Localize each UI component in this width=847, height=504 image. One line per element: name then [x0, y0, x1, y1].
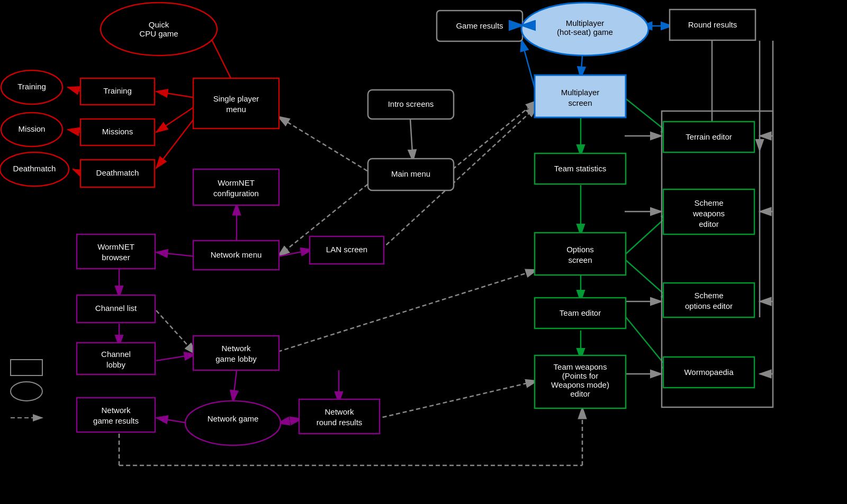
arrow-spm-training	[156, 91, 196, 98]
network-game-node	[185, 401, 281, 445]
network-round-results-label1: Network	[325, 407, 354, 416]
multiplayer-game-label1: Multiplayer	[566, 19, 605, 28]
options-screen-label2: screen	[568, 255, 592, 264]
network-round-results-label2: round results	[317, 418, 363, 427]
wormopaedia-label: Wormopaedia	[684, 368, 734, 377]
scheme-weapons-label1: Scheme	[694, 198, 723, 207]
options-screen-node	[535, 233, 626, 275]
team-weapons-label2: (Points for	[562, 371, 598, 380]
arrow-ngame-ngameresults	[156, 418, 188, 423]
intro-screens-label: Intro screens	[388, 99, 434, 108]
wormnet-config-label1: WormNET	[218, 178, 255, 187]
mission-ellipse-label: Mission	[19, 124, 46, 133]
multiplayer-game-label2: (hot-seat) game	[557, 28, 613, 36]
network-game-lobby-label2: game lobby	[215, 354, 257, 363]
arrow-ngamelobby-mpscreen	[278, 270, 537, 352]
terrain-editor-label: Terrain editor	[686, 132, 732, 141]
diagram: Quick CPU game Training Mission Deathmat…	[0, 0, 847, 504]
wormnet-browser-label2: browser	[102, 253, 130, 262]
network-game-lobby-label1: Network	[221, 344, 251, 353]
network-game-lobby-node	[193, 336, 279, 370]
team-statistics-label: Team statistics	[554, 164, 606, 173]
missions-rect-label: Missions	[102, 127, 133, 136]
multiplayer-screen-label1: Multiplayer	[561, 88, 600, 97]
network-game-results-label1: Network	[101, 406, 131, 415]
channel-lobby-label1: Channel	[101, 350, 131, 359]
team-editor-label: Team editor	[560, 308, 601, 317]
arrow-channellist-ngamelobby	[156, 310, 196, 354]
arrow-channellobby-ngamelobby	[156, 354, 196, 361]
single-player-menu-label2: menu	[226, 105, 246, 114]
quick-cpu-label: Quick	[149, 20, 169, 29]
main-menu-label: Main menu	[391, 169, 430, 178]
channel-list-label: Channel list	[95, 304, 137, 313]
scheme-options-label2: options editor	[685, 301, 733, 310]
network-game-results-label2: game results	[93, 416, 139, 425]
channel-lobby-label2: lobby	[106, 360, 125, 369]
wormnet-browser-label1: WormNET	[97, 242, 134, 251]
wormnet-config-label2: configuration	[213, 189, 259, 198]
game-results-label: Game results	[456, 21, 503, 30]
channel-lobby-node	[77, 343, 155, 374]
arrow-mainmenu-spm	[278, 116, 373, 175]
team-weapons-label3: Weapons mode)	[551, 380, 609, 389]
arrow-spm-missions	[156, 106, 196, 132]
arrow-ngame-nroundresults	[278, 419, 302, 423]
legend-rect	[11, 360, 42, 375]
single-player-menu-node	[193, 78, 279, 129]
network-game-label1: Network game	[208, 414, 259, 423]
scheme-weapons-label3: editor	[699, 219, 719, 228]
wormnet-config-node	[193, 169, 279, 205]
lan-screen-label: LAN screen	[326, 245, 367, 254]
network-round-results-node	[299, 399, 380, 434]
quick-cpu-label2: CPU game	[139, 29, 178, 38]
legend-ellipse	[11, 382, 42, 401]
training-ellipse-label: Training	[17, 82, 46, 91]
wormnet-browser-node	[77, 234, 155, 269]
team-weapons-label1: Team weapons	[554, 362, 607, 371]
arrow-netmenu-lan	[278, 250, 312, 256]
scheme-options-editor-node	[663, 283, 754, 317]
network-menu-label: Network menu	[211, 250, 262, 259]
network-game-results-node	[77, 398, 155, 432]
options-screen-label1: Options	[566, 245, 594, 254]
arrow-ngamelobby-ngame	[233, 370, 237, 402]
scheme-options-label1: Scheme	[694, 291, 723, 300]
deathmatch-rect-label: Deathmatch	[96, 168, 139, 177]
scheme-weapons-label2: weapons	[692, 209, 725, 218]
training-rect-label: Training	[103, 86, 132, 95]
single-player-menu-label1: Single player	[213, 94, 259, 103]
team-weapons-label4: editor	[570, 389, 590, 398]
arrow-intro-main	[410, 119, 413, 161]
round-results-label: Round results	[688, 20, 737, 29]
arrow-spm-deathmatch	[156, 116, 196, 168]
multiplayer-screen-label2: screen	[568, 98, 592, 107]
arrow-netmenu-wormnetbrowser	[156, 252, 196, 256]
arrow-mainmenu-mp	[453, 100, 537, 169]
arrow-nroundresults-mparea	[376, 381, 537, 419]
deathmatch-ellipse-label: Deathmatch	[13, 164, 56, 173]
